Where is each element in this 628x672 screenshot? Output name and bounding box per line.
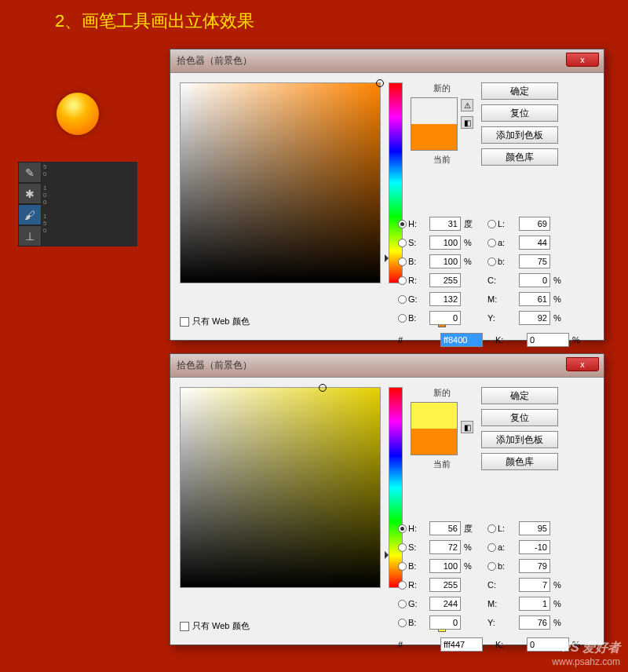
value-fields: H: 度 L: S: % a: B: % b: R: C: % G: M: % (398, 214, 583, 349)
a-input[interactable] (519, 540, 550, 554)
tool-wand-icon[interactable]: ✎ (18, 162, 42, 183)
add-swatch-button[interactable]: 添加到色板 (481, 126, 558, 144)
g-input[interactable] (429, 597, 461, 611)
lab-b-radio[interactable] (487, 562, 496, 571)
color-field[interactable] (180, 387, 381, 588)
k-input[interactable] (527, 333, 569, 347)
hue-arrow-icon (385, 551, 389, 559)
reset-button[interactable]: 复位 (481, 409, 558, 426)
reset-button[interactable]: 复位 (481, 104, 558, 122)
l-input[interactable] (519, 217, 550, 231)
r-input[interactable] (429, 273, 461, 287)
r-input[interactable] (429, 578, 461, 592)
l-radio[interactable] (487, 524, 496, 533)
dialog-title: 拾色器（前景色） (177, 359, 252, 372)
ruler: 50100150 (42, 162, 137, 247)
web-only-row: 只有 Web 颜色 (180, 316, 250, 327)
y-input[interactable] (519, 615, 550, 630)
warning-icon[interactable]: ⚠ (461, 99, 473, 111)
color-library-button[interactable]: 颜色库 (481, 148, 558, 166)
hue-arrow-icon (385, 254, 389, 262)
l-radio[interactable] (487, 220, 496, 228)
tool-brush-icon[interactable]: 🖌 (18, 204, 42, 225)
step-heading: 2、画笔工具画出立体效果 (55, 9, 254, 33)
web-only-checkbox[interactable] (180, 622, 189, 631)
s-input[interactable] (429, 540, 461, 554)
s-input[interactable] (429, 236, 461, 250)
swatch-new (411, 403, 457, 429)
hex-input[interactable] (440, 637, 483, 652)
h-radio[interactable] (398, 220, 407, 228)
l-input[interactable] (519, 521, 550, 535)
tool-panel: ✎ ✱ 🖌 ⊥ 50100150 (18, 162, 137, 247)
color-picker-dialog-1: 拾色器（前景色） x 新的 ⚠ ◧ 当前 (170, 49, 604, 341)
swatch-current (411, 124, 457, 150)
web-only-label: 只有 Web 颜色 (192, 316, 250, 327)
new-label: 新的 (433, 387, 451, 399)
h-radio[interactable] (398, 524, 407, 533)
watermark: PS 爱好者 www.psahz.com (552, 640, 620, 667)
value-fields: H: 度 L: S: % a: B: % b: R: C: % G: M: % (398, 519, 583, 654)
close-button[interactable]: x (566, 357, 599, 371)
b-input[interactable] (429, 254, 461, 268)
web-only-checkbox[interactable] (180, 317, 189, 327)
g-input[interactable] (429, 292, 461, 306)
tool-patch-icon[interactable]: ✱ (18, 183, 42, 204)
b-radio[interactable] (398, 257, 407, 266)
bch-radio[interactable] (398, 619, 407, 627)
lab-b-radio[interactable] (487, 257, 496, 266)
g-radio[interactable] (398, 295, 407, 304)
b-radio[interactable] (398, 562, 407, 571)
h-input[interactable] (429, 217, 461, 231)
hex-input[interactable] (440, 333, 483, 347)
b-input[interactable] (429, 559, 461, 573)
sample-sphere (57, 93, 99, 135)
cube-icon[interactable]: ◧ (461, 421, 473, 433)
c-input[interactable] (519, 578, 550, 592)
tool-stamp-icon[interactable]: ⊥ (18, 225, 42, 247)
ok-button[interactable]: 确定 (481, 387, 558, 404)
dialog-title: 拾色器（前景色） (177, 54, 252, 68)
current-label: 当前 (433, 154, 451, 166)
color-library-button[interactable]: 颜色库 (481, 453, 558, 470)
color-picker-dialog-2: 拾色器（前景色） x 新的 ◧ 当前 (170, 353, 604, 645)
color-marker (319, 384, 327, 392)
close-button[interactable]: x (566, 53, 599, 67)
bch-radio[interactable] (398, 314, 407, 323)
bch-input[interactable] (429, 311, 461, 325)
add-swatch-button[interactable]: 添加到色板 (481, 431, 558, 448)
current-label: 当前 (433, 458, 451, 470)
s-radio[interactable] (398, 239, 407, 247)
web-only-row: 只有 Web 颜色 (180, 620, 250, 632)
lab-b-input[interactable] (519, 254, 550, 268)
r-radio[interactable] (398, 581, 407, 590)
r-radio[interactable] (398, 276, 407, 285)
titlebar[interactable]: 拾色器（前景色） x (170, 354, 604, 378)
s-radio[interactable] (398, 543, 407, 552)
a-input[interactable] (519, 236, 550, 250)
g-radio[interactable] (398, 600, 407, 608)
y-input[interactable] (519, 311, 550, 325)
color-swatches[interactable] (411, 402, 458, 455)
lab-b-input[interactable] (519, 559, 550, 573)
color-field[interactable] (180, 82, 381, 283)
h-input[interactable] (429, 521, 461, 535)
new-label: 新的 (433, 82, 451, 94)
color-marker (376, 79, 384, 87)
web-only-label: 只有 Web 颜色 (192, 620, 250, 632)
a-radio[interactable] (487, 239, 496, 247)
color-swatches[interactable] (411, 97, 458, 151)
titlebar[interactable]: 拾色器（前景色） x (170, 49, 604, 73)
cube-icon[interactable]: ◧ (461, 116, 473, 129)
bch-input[interactable] (429, 615, 461, 630)
m-input[interactable] (519, 597, 550, 611)
c-input[interactable] (519, 273, 550, 287)
swatch-new (411, 98, 457, 124)
ok-button[interactable]: 确定 (481, 82, 558, 100)
m-input[interactable] (519, 292, 550, 306)
a-radio[interactable] (487, 543, 496, 552)
swatch-current (411, 429, 457, 455)
